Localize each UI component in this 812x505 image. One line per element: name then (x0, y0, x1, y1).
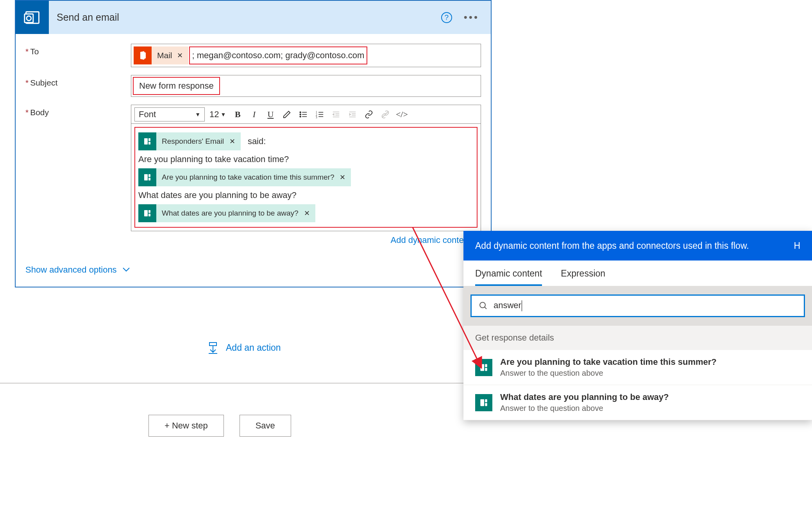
show-advanced-options-link[interactable]: Show advanced options (25, 265, 130, 275)
svg-rect-31 (148, 210, 150, 213)
outdent-button[interactable] (329, 107, 343, 121)
svg-rect-27 (144, 174, 148, 180)
svg-point-3 (300, 112, 301, 113)
body-highlight: Responders' Email✕ said: Are you plannin… (134, 127, 478, 228)
card-title: Send an email (49, 12, 441, 23)
add-action-button[interactable]: Add an action (207, 342, 281, 353)
svg-rect-39 (485, 364, 487, 367)
dynamic-content-panel: Add dynamic content from the apps and co… (463, 231, 812, 420)
unlink-button[interactable] (378, 107, 392, 121)
text-cursor (522, 300, 522, 311)
forms-icon (138, 132, 156, 150)
close-icon[interactable]: ✕ (304, 209, 310, 218)
font-color-button[interactable] (280, 107, 294, 121)
responders-email-token[interactable]: Responders' Email✕ (138, 132, 241, 150)
dynamic-content-search-input[interactable]: answer (470, 294, 805, 317)
svg-rect-25 (148, 138, 150, 141)
link-button[interactable] (362, 107, 376, 121)
subject-label: *Subject (25, 75, 131, 87)
numbered-list-button[interactable]: 123 (313, 107, 327, 121)
close-icon[interactable]: ✕ (177, 51, 183, 60)
svg-point-4 (300, 114, 301, 115)
close-icon[interactable]: ✕ (340, 173, 345, 182)
svg-rect-32 (148, 214, 150, 216)
svg-rect-43 (485, 403, 487, 406)
add-action-icon (207, 342, 219, 353)
dynamic-section-header: Get response details (463, 326, 812, 350)
svg-point-36 (480, 302, 485, 308)
svg-rect-28 (148, 174, 150, 177)
tab-dynamic-content[interactable]: Dynamic content (475, 268, 542, 286)
svg-text:3: 3 (316, 116, 317, 119)
hide-link[interactable]: H (794, 239, 800, 252)
svg-rect-40 (485, 368, 487, 371)
svg-rect-30 (144, 210, 148, 216)
italic-button[interactable]: I (247, 107, 261, 121)
body-text-said: said: (247, 135, 266, 148)
bold-button[interactable]: B (231, 107, 245, 121)
svg-rect-1 (24, 14, 33, 22)
font-dropdown[interactable]: Font▼ (134, 107, 205, 121)
body-editor: Font▼ 12▼ B I U 123 (131, 105, 481, 231)
save-button[interactable]: Save (240, 415, 291, 437)
to-text[interactable]: ; megan@contoso.com; grady@contoso.com (189, 46, 368, 64)
token-label: Are you planning to take vacation time t… (162, 173, 334, 182)
bullet-list-button[interactable] (296, 107, 310, 121)
svg-rect-38 (480, 364, 484, 371)
office-icon (134, 46, 152, 64)
forms-icon (475, 359, 492, 376)
svg-rect-42 (485, 399, 487, 402)
svg-point-5 (300, 116, 301, 117)
dynamic-content-header: Add dynamic content from the apps and co… (463, 231, 812, 261)
more-icon[interactable]: ••• (464, 11, 479, 23)
indent-button[interactable] (345, 107, 359, 121)
underline-button[interactable]: U (263, 107, 277, 121)
forms-icon (138, 204, 156, 222)
body-label: *Body (25, 105, 131, 117)
chevron-down-icon (122, 266, 130, 274)
outlook-icon (16, 1, 49, 34)
token-label: What dates are you planning to be away? (162, 209, 299, 218)
token-label: Mail (157, 51, 172, 60)
subject-input[interactable]: New form response (131, 75, 481, 97)
dynamic-item-vacation[interactable]: Are you planning to take vacation time t… (463, 350, 812, 385)
mail-token[interactable]: Mail✕ (134, 46, 188, 64)
svg-rect-33 (209, 343, 216, 346)
body-content[interactable]: Responders' Email✕ said: Are you plannin… (131, 124, 481, 231)
body-text-line1: Are you planning to take vacation time? (138, 153, 290, 166)
dynamic-item-subtitle: Answer to the question above (500, 404, 669, 413)
code-view-button[interactable]: </> (395, 107, 409, 121)
close-icon[interactable]: ✕ (229, 137, 235, 146)
card-header: Send an email ? ••• (16, 1, 491, 34)
svg-rect-41 (480, 399, 484, 406)
search-icon (479, 301, 488, 310)
svg-rect-29 (148, 178, 150, 180)
dynamic-item-dates[interactable]: What dates are you planning to be away? … (463, 385, 812, 420)
tab-expression[interactable]: Expression (561, 268, 605, 286)
font-size-dropdown[interactable]: 12▼ (207, 109, 228, 120)
svg-rect-24 (144, 138, 148, 145)
to-input[interactable]: Mail✕ ; megan@contoso.com; grady@contoso… (131, 44, 481, 67)
container-divider (0, 383, 469, 384)
token-label: Responders' Email (162, 137, 224, 146)
dynamic-item-title: What dates are you planning to be away? (500, 392, 669, 402)
to-label: *To (25, 44, 131, 56)
new-step-button[interactable]: + New step (148, 415, 224, 437)
svg-line-37 (485, 307, 486, 309)
forms-icon (138, 168, 156, 186)
svg-rect-26 (148, 142, 150, 145)
send-email-card: Send an email ? ••• *To Mail✕ ; mega (15, 0, 492, 287)
rte-toolbar: Font▼ 12▼ B I U 123 (131, 105, 481, 124)
forms-icon (475, 394, 492, 411)
dynamic-item-title: Are you planning to take vacation time t… (500, 357, 717, 367)
help-icon[interactable]: ? (441, 12, 452, 23)
body-text-line2: What dates are you planning to be away? (138, 189, 297, 202)
dynamic-item-subtitle: Answer to the question above (500, 369, 717, 378)
dates-question-token[interactable]: What dates are you planning to be away?✕ (138, 204, 315, 222)
vacation-question-token[interactable]: Are you planning to take vacation time t… (138, 168, 351, 186)
search-value: answer (494, 300, 521, 310)
subject-text[interactable]: New form response (133, 77, 220, 95)
